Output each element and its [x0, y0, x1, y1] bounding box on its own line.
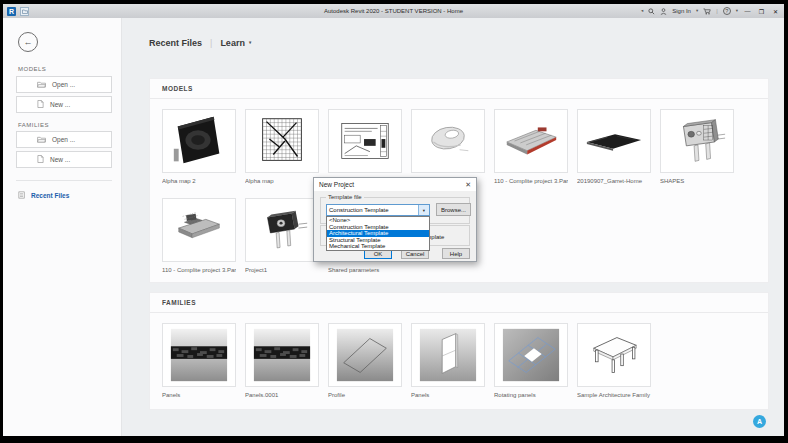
model-card[interactable]: SHAPES: [660, 109, 734, 191]
models-new-label: New ...: [50, 101, 70, 108]
model-card[interactable]: 20190907_Garret-Home: [577, 109, 651, 191]
titlebar-folder-icon[interactable]: [20, 7, 29, 16]
family-card[interactable]: Panels: [162, 323, 236, 405]
alpha-map-2-thumbnail: [162, 109, 236, 173]
search-icon[interactable]: [648, 8, 655, 15]
restore-button[interactable]: ❐: [757, 8, 766, 15]
card-label: Project1: [245, 267, 319, 273]
sidebar-item-recent-files[interactable]: Recent Files: [18, 191, 69, 200]
models-section-title: MODELS: [150, 79, 768, 99]
folder-open-icon: [37, 81, 46, 89]
header-separator: |: [210, 38, 212, 48]
families-section: FAMILIES Panels Panels.0001 Profile: [149, 292, 769, 410]
sidebar-models-label: MODELS: [18, 66, 46, 72]
tab-recent-files[interactable]: Recent Files: [149, 38, 202, 48]
sidebar-families-label: FAMILIES: [18, 122, 49, 128]
families-row: Panels Panels.0001 Profile Panels: [150, 313, 768, 405]
browse-label: Browse...: [441, 207, 466, 213]
white-panel-thumbnail: [411, 323, 485, 387]
recent-files-icon: [18, 191, 26, 200]
profile-thumbnail: [328, 323, 402, 387]
card-label: Rotating panels: [494, 392, 568, 398]
tab-learn[interactable]: Learn: [220, 38, 245, 48]
torus-thumbnail: [411, 109, 485, 173]
folder-open-icon: [37, 136, 46, 144]
help-label: Help: [450, 251, 462, 257]
family-card[interactable]: Profile: [328, 323, 402, 405]
collapse-left-icon[interactable]: ◂: [641, 9, 643, 14]
dialog-titlebar[interactable]: New Project ✕: [314, 178, 476, 191]
family-card[interactable]: Sample Architecture Family: [577, 323, 651, 405]
cart-icon[interactable]: [703, 8, 711, 15]
back-button[interactable]: ←: [18, 32, 38, 52]
caret-down-icon[interactable]: ▾: [249, 41, 251, 46]
caret-down-icon[interactable]: ▾: [736, 9, 738, 14]
card-label: Profile: [328, 392, 402, 398]
families-new-button[interactable]: New ...: [16, 151, 112, 168]
revit-logo-icon[interactable]: R: [7, 7, 16, 16]
sidebar: ← MODELS Open ... New ... FAMILIES Open: [3, 18, 122, 436]
family-card[interactable]: Rotating panels: [494, 323, 568, 405]
user-icon[interactable]: [660, 8, 667, 15]
sheet-drawing-thumbnail: [328, 109, 402, 173]
new-file-icon: [37, 100, 44, 109]
families-open-label: Open ...: [52, 136, 75, 143]
combobox-value: Construction Template: [327, 207, 418, 213]
model-card[interactable]: 110 - Complite project 3.Par...: [494, 109, 568, 191]
panels-band-thumbnail: [245, 323, 319, 387]
template-combobox[interactable]: Construction Template ▾: [326, 204, 430, 216]
sign-in-link[interactable]: Sign In: [672, 8, 691, 14]
help-button[interactable]: Help: [442, 248, 470, 259]
assistant-icon[interactable]: A: [753, 415, 766, 428]
rotating-panels-thumbnail: [494, 323, 568, 387]
model-card[interactable]: Project1: [245, 198, 319, 280]
screen: R Autodesk Revit 2020 - STUDENT VERSION …: [0, 0, 788, 443]
template-option[interactable]: Mechanical Template: [327, 243, 429, 250]
alpha-map-thumbnail: [245, 109, 319, 173]
families-new-label: New ...: [50, 156, 70, 163]
models-open-label: Open ...: [52, 81, 75, 88]
card-label: Alpha map 2: [162, 178, 236, 184]
card-label: Alpha map: [245, 178, 319, 184]
card-label: Panels.0001: [245, 392, 319, 398]
families-open-button[interactable]: Open ...: [16, 131, 112, 148]
family-card[interactable]: Panels.0001: [245, 323, 319, 405]
model-card[interactable]: 110 - Complite project 3.Par...: [162, 198, 236, 280]
model-card[interactable]: Alpha map 2: [162, 109, 236, 191]
family-card[interactable]: Panels: [411, 323, 485, 405]
combobox-arrow-icon[interactable]: ▾: [418, 205, 429, 215]
dialog-close-icon[interactable]: ✕: [465, 181, 471, 189]
model-card[interactable]: Alpha map: [245, 109, 319, 191]
card-label: 110 - Complite project 3.Par...: [162, 267, 236, 273]
card-label: Sample Architecture Family: [577, 392, 651, 398]
card-label: SHAPES: [660, 178, 734, 184]
card-label: 20190907_Garret-Home: [577, 178, 651, 184]
card-label: Shared parameters: [328, 267, 402, 273]
browse-button[interactable]: Browse...: [436, 203, 471, 216]
roof-red-thumbnail: [494, 109, 568, 173]
ok-label: OK: [374, 251, 383, 257]
families-section-title: FAMILIES: [150, 293, 768, 313]
flat-dark-thumbnail: [577, 109, 651, 173]
models-new-button[interactable]: New ...: [16, 96, 112, 113]
device-thumbnail: [245, 198, 319, 262]
assembly-thumbnail: [162, 198, 236, 262]
titlebar-divider: |: [716, 8, 718, 14]
shapes-box-thumbnail: [660, 109, 734, 173]
card-label: Panels: [411, 392, 485, 398]
dialog-title: New Project: [319, 181, 354, 188]
page-header: Recent Files | Learn ▾: [149, 38, 251, 48]
recent-files-label: Recent Files: [31, 192, 69, 199]
template-dropdown-list: <None>Construction TemplateArchitectural…: [326, 216, 430, 251]
sidebar-divider: [16, 180, 112, 181]
new-file-icon: [37, 155, 44, 164]
close-button[interactable]: ✕: [771, 8, 780, 15]
table-thumbnail: [577, 323, 651, 387]
card-label: Panels: [162, 392, 236, 398]
panels-band-thumbnail: [162, 323, 236, 387]
caret-down-icon[interactable]: ▾: [696, 9, 698, 14]
models-open-button[interactable]: Open ...: [16, 76, 112, 93]
help-icon[interactable]: ?: [723, 7, 731, 15]
minimize-button[interactable]: —: [743, 8, 752, 14]
template-file-label: Template file: [326, 194, 364, 200]
